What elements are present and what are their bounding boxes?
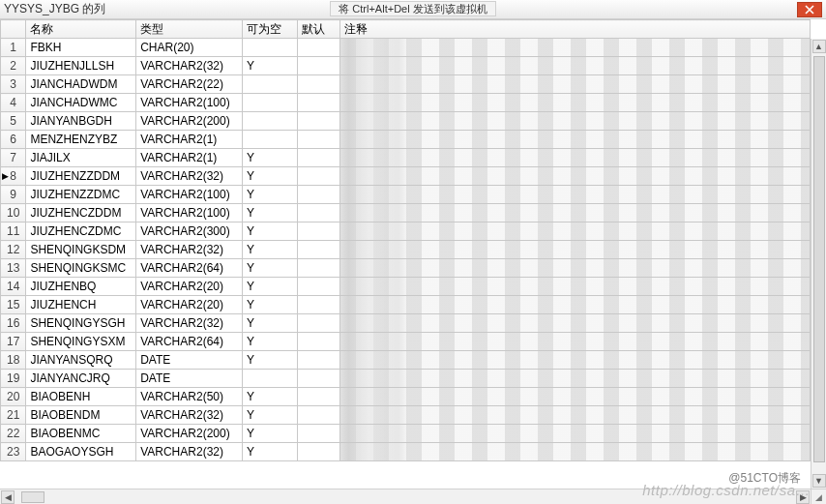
- cell-type[interactable]: VARCHAR2(22): [136, 75, 243, 94]
- row-number[interactable]: 5: [1, 112, 26, 131]
- cell-name[interactable]: JIUZHENZZDDM: [26, 167, 136, 186]
- cell-type[interactable]: VARCHAR2(32): [136, 241, 243, 259]
- cell-default[interactable]: [297, 241, 340, 259]
- row-number[interactable]: 9: [1, 186, 26, 204]
- cell-default[interactable]: [297, 222, 340, 241]
- cell-name[interactable]: BIAOBENMC: [26, 425, 136, 443]
- cell-nullable[interactable]: Y: [242, 278, 297, 296]
- cell-name[interactable]: JIUZHENCZDDM: [26, 204, 136, 222]
- table-row[interactable]: 9JIUZHENZZDMCVARCHAR2(100)Y: [1, 186, 811, 204]
- cell-type[interactable]: VARCHAR2(200): [136, 112, 243, 131]
- cell-nullable[interactable]: [242, 112, 297, 131]
- cell-type[interactable]: VARCHAR2(64): [136, 333, 243, 351]
- cell-comment[interactable]: [340, 314, 811, 333]
- cell-nullable[interactable]: Y: [242, 149, 297, 167]
- cell-default[interactable]: [297, 259, 340, 278]
- table-row[interactable]: 3JIANCHADWDMVARCHAR2(22): [1, 75, 811, 94]
- table-row[interactable]: 7JIAJILXVARCHAR2(1)Y: [1, 149, 811, 167]
- cell-comment[interactable]: [340, 57, 811, 75]
- cell-nullable[interactable]: Y: [242, 167, 297, 186]
- cell-name[interactable]: JIUZHENZZDMC: [26, 186, 136, 204]
- cell-name[interactable]: JIUZHENCH: [26, 296, 136, 314]
- cell-comment[interactable]: [340, 406, 811, 425]
- cell-type[interactable]: VARCHAR2(64): [136, 259, 243, 278]
- cell-nullable[interactable]: [242, 131, 297, 149]
- row-number[interactable]: 20: [1, 388, 26, 406]
- cell-type[interactable]: VARCHAR2(1): [136, 149, 243, 167]
- cell-nullable[interactable]: Y: [242, 314, 297, 333]
- row-number[interactable]: 13: [1, 259, 26, 278]
- cell-type[interactable]: VARCHAR2(20): [136, 278, 243, 296]
- cell-type[interactable]: VARCHAR2(20): [136, 296, 243, 314]
- cell-comment[interactable]: [340, 259, 811, 278]
- header-default[interactable]: 默认: [297, 20, 340, 39]
- row-number[interactable]: 7: [1, 149, 26, 167]
- table-row[interactable]: 11JIUZHENCZDMCVARCHAR2(300)Y: [1, 222, 811, 241]
- row-number[interactable]: 21: [1, 406, 26, 425]
- cell-comment[interactable]: [340, 75, 811, 94]
- scrollbar-horizontal[interactable]: ◀ ▶: [0, 489, 811, 504]
- cell-type[interactable]: DATE: [136, 351, 243, 370]
- row-number[interactable]: 1: [1, 39, 26, 57]
- cell-type[interactable]: VARCHAR2(100): [136, 186, 243, 204]
- table-row[interactable]: 18JIANYANSQRQDATEY: [1, 351, 811, 370]
- header-name[interactable]: 名称: [26, 20, 136, 39]
- cell-default[interactable]: [297, 186, 340, 204]
- cell-nullable[interactable]: Y: [242, 388, 297, 406]
- close-button[interactable]: [797, 2, 822, 17]
- table-row[interactable]: 22BIAOBENMCVARCHAR2(200)Y: [1, 425, 811, 443]
- cell-nullable[interactable]: Y: [242, 425, 297, 443]
- cell-nullable[interactable]: [242, 370, 297, 388]
- row-number[interactable]: 12: [1, 241, 26, 259]
- table-row[interactable]: 12SHENQINGKSDMVARCHAR2(32)Y: [1, 241, 811, 259]
- cell-type[interactable]: VARCHAR2(32): [136, 443, 243, 461]
- header-nullable[interactable]: 可为空: [242, 20, 297, 39]
- table-row[interactable]: 20BIAOBENHVARCHAR2(50)Y: [1, 388, 811, 406]
- row-number[interactable]: 8: [1, 167, 26, 186]
- row-number[interactable]: 3: [1, 75, 26, 94]
- cell-comment[interactable]: [340, 94, 811, 112]
- row-number[interactable]: 18: [1, 351, 26, 370]
- cell-comment[interactable]: [340, 204, 811, 222]
- table-row[interactable]: 2JIUZHENJLLSHVARCHAR2(32)Y: [1, 57, 811, 75]
- row-number[interactable]: 15: [1, 296, 26, 314]
- cell-name[interactable]: JIANCHADWMC: [26, 94, 136, 112]
- cell-nullable[interactable]: [242, 39, 297, 57]
- cell-name[interactable]: BAOGAOYSGH: [26, 443, 136, 461]
- table-row[interactable]: 19JIANYANCJRQDATE: [1, 370, 811, 388]
- cell-type[interactable]: VARCHAR2(200): [136, 425, 243, 443]
- cell-name[interactable]: JIANYANSQRQ: [26, 351, 136, 370]
- cell-nullable[interactable]: Y: [242, 443, 297, 461]
- row-number[interactable]: 23: [1, 443, 26, 461]
- table-row[interactable]: 15JIUZHENCHVARCHAR2(20)Y: [1, 296, 811, 314]
- cell-nullable[interactable]: [242, 94, 297, 112]
- cell-comment[interactable]: [340, 296, 811, 314]
- table-row[interactable]: 16SHENQINGYSGHVARCHAR2(32)Y: [1, 314, 811, 333]
- cell-name[interactable]: BIAOBENDM: [26, 406, 136, 425]
- cell-type[interactable]: VARCHAR2(100): [136, 204, 243, 222]
- cell-comment[interactable]: [340, 131, 811, 149]
- cell-type[interactable]: VARCHAR2(1): [136, 131, 243, 149]
- cell-default[interactable]: [297, 149, 340, 167]
- cell-comment[interactable]: [340, 241, 811, 259]
- table-row[interactable]: 17SHENQINGYSXMVARCHAR2(64)Y: [1, 333, 811, 351]
- scroll-right-icon[interactable]: ▶: [796, 490, 810, 504]
- cell-nullable[interactable]: [242, 75, 297, 94]
- cell-nullable[interactable]: Y: [242, 204, 297, 222]
- table-row[interactable]: 23BAOGAOYSGHVARCHAR2(32)Y: [1, 443, 811, 461]
- row-number[interactable]: 17: [1, 333, 26, 351]
- cell-default[interactable]: [297, 388, 340, 406]
- cell-default[interactable]: [297, 112, 340, 131]
- cell-name[interactable]: JIUZHENBQ: [26, 278, 136, 296]
- cell-default[interactable]: [297, 296, 340, 314]
- cell-type[interactable]: VARCHAR2(50): [136, 388, 243, 406]
- cell-comment[interactable]: [340, 351, 811, 370]
- cell-default[interactable]: [297, 278, 340, 296]
- cell-name[interactable]: SHENQINGYSGH: [26, 314, 136, 333]
- cell-default[interactable]: [297, 314, 340, 333]
- row-number[interactable]: 22: [1, 425, 26, 443]
- cell-type[interactable]: DATE: [136, 370, 243, 388]
- scroll-left-icon[interactable]: ◀: [1, 490, 15, 504]
- row-number[interactable]: 2: [1, 57, 26, 75]
- row-number[interactable]: 6: [1, 131, 26, 149]
